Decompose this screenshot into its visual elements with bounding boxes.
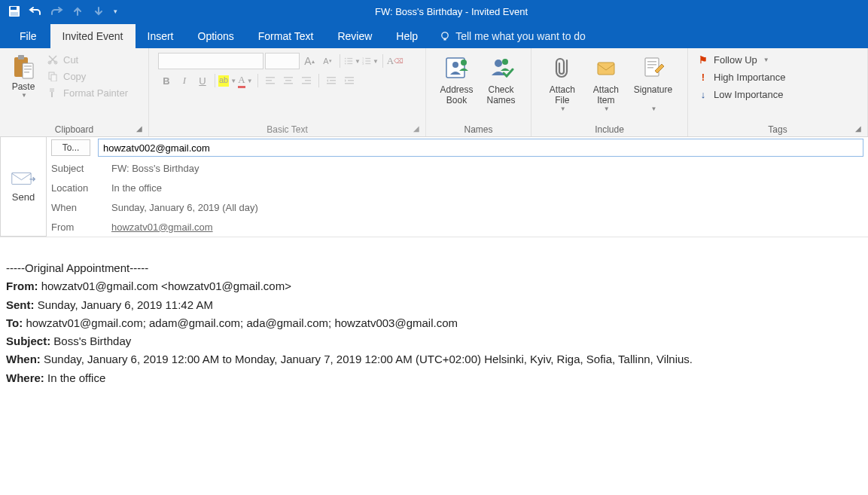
attach-file-button[interactable]: Attach File▼: [542, 51, 583, 115]
send-button[interactable]: Send: [0, 137, 47, 237]
svg-rect-20: [347, 60, 352, 61]
check-names-label: Check Names: [487, 84, 516, 105]
dialog-launcher-icon[interactable]: ◢: [136, 124, 145, 133]
copy-button[interactable]: Copy: [44, 69, 131, 83]
exclamation-icon: !: [697, 72, 709, 83]
previous-item-icon[interactable]: [69, 3, 86, 20]
to-button[interactable]: To...: [51, 139, 90, 156]
tab-options[interactable]: Options: [186, 24, 246, 48]
from-label: From: [51, 222, 111, 233]
grow-font-icon[interactable]: A▴: [301, 53, 318, 69]
tab-help[interactable]: Help: [384, 24, 430, 48]
svg-rect-14: [51, 75, 56, 81]
shrink-font-icon[interactable]: A▾: [319, 53, 336, 69]
svg-rect-22: [347, 63, 352, 64]
message-header: Send To... Subject FW: Boss's Birthday L…: [0, 137, 868, 237]
save-icon[interactable]: [6, 3, 23, 20]
tell-me-placeholder: Tell me what you want to do: [455, 30, 586, 42]
group-label-tags: Tags: [694, 122, 861, 136]
bold-button[interactable]: B: [158, 72, 175, 89]
body-when-value: Sunday, January 6, 2019 12:00 AM to Mond…: [41, 353, 693, 365]
tell-me-search[interactable]: Tell me what you want to do: [430, 24, 595, 48]
svg-rect-37: [302, 83, 311, 84]
tab-file[interactable]: File: [6, 24, 50, 48]
signature-icon: [640, 54, 667, 81]
low-importance-button[interactable]: ↓ Low Importance: [694, 87, 788, 102]
ribbon-tabs: File Invited Event Insert Options Format…: [0, 23, 868, 48]
lightbulb-icon: [439, 30, 451, 42]
cut-button[interactable]: Cut: [44, 53, 131, 66]
svg-rect-38: [327, 77, 336, 78]
bullets-icon[interactable]: ▼: [344, 53, 361, 69]
dialog-launcher-icon[interactable]: ◢: [855, 124, 864, 133]
check-names-icon: [488, 54, 515, 81]
attach-item-icon: [592, 54, 620, 81]
svg-point-48: [502, 59, 508, 65]
subject-value[interactable]: FW: Boss's Birthday: [111, 161, 199, 176]
svg-point-19: [345, 60, 346, 62]
svg-rect-6: [18, 55, 24, 60]
tab-review[interactable]: Review: [325, 24, 384, 48]
numbering-icon[interactable]: 123▼: [362, 53, 379, 69]
svg-rect-49: [598, 63, 614, 75]
body-where-value: In the office: [44, 371, 105, 384]
svg-rect-41: [345, 77, 354, 78]
format-painter-label: Format Painter: [63, 87, 128, 99]
svg-point-21: [345, 63, 346, 65]
address-book-label: Address Book: [440, 84, 473, 105]
quick-access-toolbar: ▾: [0, 3, 125, 20]
svg-rect-18: [347, 58, 352, 59]
clipboard-icon: [11, 54, 36, 80]
font-size-select[interactable]: [265, 53, 300, 69]
chevron-down-icon: ▼: [21, 92, 27, 99]
location-value: In the office: [111, 181, 162, 195]
svg-rect-36: [305, 80, 311, 81]
copy-icon: [47, 70, 59, 82]
to-input[interactable]: [98, 139, 863, 157]
check-names-button[interactable]: Check Names: [481, 51, 522, 108]
group-label-names: Names: [432, 122, 525, 136]
address-book-button[interactable]: Address Book: [435, 51, 477, 108]
body-subject-value: Boss's Birthday: [50, 335, 131, 347]
font-color-icon[interactable]: A▼: [237, 72, 254, 89]
attach-item-button[interactable]: Attach Item▼: [586, 51, 626, 115]
chevron-down-icon: ▼: [560, 105, 566, 112]
qat-customize-icon[interactable]: ▾: [111, 8, 119, 15]
chevron-down-icon: ▼: [763, 57, 769, 63]
dialog-launcher-icon[interactable]: ◢: [413, 124, 422, 133]
decrease-indent-icon[interactable]: [323, 72, 340, 89]
tab-insert[interactable]: Insert: [136, 24, 186, 48]
svg-rect-40: [327, 83, 336, 84]
svg-rect-52: [647, 64, 656, 66]
low-importance-label: Low Importance: [714, 89, 784, 100]
highlight-icon[interactable]: ab▼: [219, 72, 236, 89]
align-right-icon[interactable]: [298, 72, 315, 89]
group-label-include: Include: [538, 122, 681, 136]
svg-point-47: [495, 60, 502, 67]
increase-indent-icon[interactable]: [341, 72, 358, 89]
next-item-icon[interactable]: [90, 3, 107, 20]
clear-formatting-icon[interactable]: A⌫: [387, 53, 404, 69]
signature-button[interactable]: Signature▼: [629, 51, 677, 115]
svg-rect-29: [266, 77, 275, 78]
format-painter-button[interactable]: Format Painter: [44, 86, 131, 99]
message-body[interactable]: -----Original Appointment----- From: how…: [0, 237, 868, 393]
paste-button[interactable]: Paste▼: [6, 51, 41, 102]
redo-icon[interactable]: [48, 3, 65, 20]
from-value[interactable]: howzatv01@gmail.com: [111, 220, 213, 234]
follow-up-label: Follow Up: [714, 54, 757, 66]
align-left-icon[interactable]: [262, 72, 279, 89]
high-importance-button[interactable]: ! High Importance: [694, 70, 788, 84]
tab-format-text[interactable]: Format Text: [246, 24, 326, 48]
tab-invited-event[interactable]: Invited Event: [50, 24, 136, 48]
undo-icon[interactable]: [27, 3, 44, 20]
svg-rect-39: [330, 80, 336, 81]
italic-button[interactable]: I: [176, 72, 193, 89]
underline-button[interactable]: U: [194, 72, 211, 89]
follow-up-button[interactable]: ⚑ Follow Up ▼: [694, 53, 788, 67]
font-family-select[interactable]: [158, 53, 263, 69]
when-label: When: [51, 202, 111, 213]
svg-rect-10: [24, 72, 29, 73]
svg-rect-32: [284, 77, 293, 78]
align-center-icon[interactable]: [280, 72, 297, 89]
